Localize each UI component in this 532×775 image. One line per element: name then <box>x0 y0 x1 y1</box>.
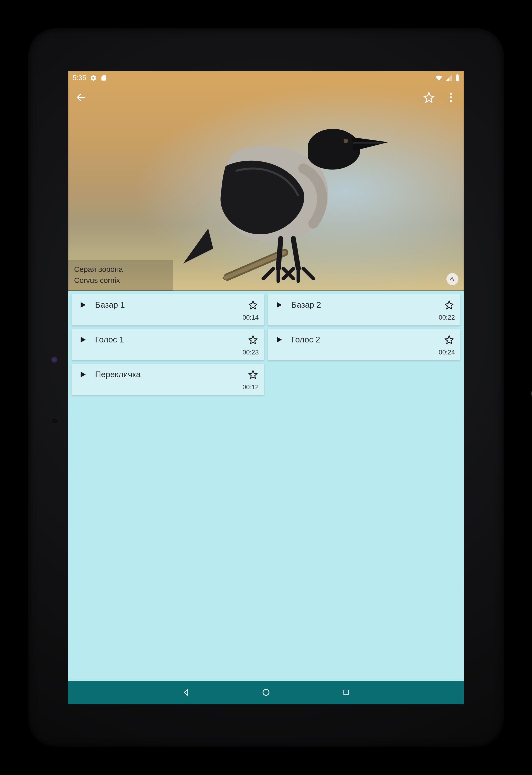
overflow-menu-button[interactable] <box>443 90 458 105</box>
sd-card-icon <box>100 75 107 81</box>
audio-list: Базар 1 00:14 Базар 2 <box>68 291 464 681</box>
audio-title: Голос 1 <box>95 335 241 344</box>
audio-duration: 00:23 <box>77 348 259 356</box>
audio-card[interactable]: Перекличка 00:12 <box>72 364 264 395</box>
audio-duration: 00:22 <box>273 314 455 321</box>
audio-title: Базар 1 <box>95 300 241 310</box>
status-left: 5:35 <box>73 74 107 82</box>
audio-card[interactable]: Базар 1 00:14 <box>72 294 264 325</box>
back-button[interactable] <box>74 90 89 105</box>
device-sensor <box>51 356 58 363</box>
favorite-clip-button[interactable] <box>443 299 455 311</box>
screen: 5:35 <box>68 71 464 704</box>
play-button[interactable] <box>273 299 285 311</box>
bird-common-name: Серая ворона <box>74 264 167 274</box>
svg-point-2 <box>450 93 452 95</box>
app-toolbar <box>68 85 464 110</box>
audio-title: Перекличка <box>95 370 241 379</box>
svg-point-0 <box>344 139 348 143</box>
svg-point-3 <box>450 96 452 99</box>
play-button[interactable] <box>77 369 89 380</box>
gear-icon <box>90 74 97 81</box>
favorite-clip-button[interactable] <box>247 369 259 380</box>
nav-recents-button[interactable] <box>339 685 354 700</box>
status-bar: 5:35 <box>68 71 464 85</box>
status-right <box>435 74 459 82</box>
audio-duration: 00:14 <box>77 314 259 321</box>
audio-duration: 00:12 <box>77 383 259 391</box>
cellular-icon <box>445 74 452 81</box>
play-button[interactable] <box>77 334 89 345</box>
audio-title: Голос 2 <box>291 335 437 344</box>
play-button[interactable] <box>77 299 89 311</box>
audio-duration: 00:24 <box>273 348 455 356</box>
hero-image: Серая ворона Corvus cornix <box>68 71 464 291</box>
audio-card[interactable]: Голос 2 00:24 <box>268 329 460 360</box>
status-time: 5:35 <box>73 74 86 82</box>
device-frame: 5:35 <box>0 0 532 775</box>
battery-icon <box>455 74 459 81</box>
favorite-clip-button[interactable] <box>247 334 259 345</box>
nav-back-button[interactable] <box>178 685 193 700</box>
favorite-clip-button[interactable] <box>247 299 259 311</box>
bird-name-panel: Серая ворона Corvus cornix <box>68 260 173 291</box>
wifi-icon <box>435 74 443 82</box>
system-nav-bar <box>68 681 464 704</box>
play-button[interactable] <box>273 334 285 345</box>
audio-title: Базар 2 <box>291 300 437 310</box>
svg-point-5 <box>263 689 269 695</box>
favorite-clip-button[interactable] <box>443 334 455 345</box>
audio-card[interactable]: Голос 1 00:23 <box>72 329 264 360</box>
audio-card[interactable]: Базар 2 00:22 <box>268 294 460 325</box>
device-sensor-secondary <box>52 419 57 423</box>
bird-latin-name: Corvus cornix <box>74 275 167 285</box>
nav-home-button[interactable] <box>258 685 274 700</box>
svg-rect-6 <box>344 690 349 695</box>
favorite-button[interactable] <box>421 90 436 105</box>
photo-credit-badge[interactable] <box>446 273 458 285</box>
svg-point-4 <box>450 100 452 102</box>
device-bezel: 5:35 <box>28 28 504 747</box>
